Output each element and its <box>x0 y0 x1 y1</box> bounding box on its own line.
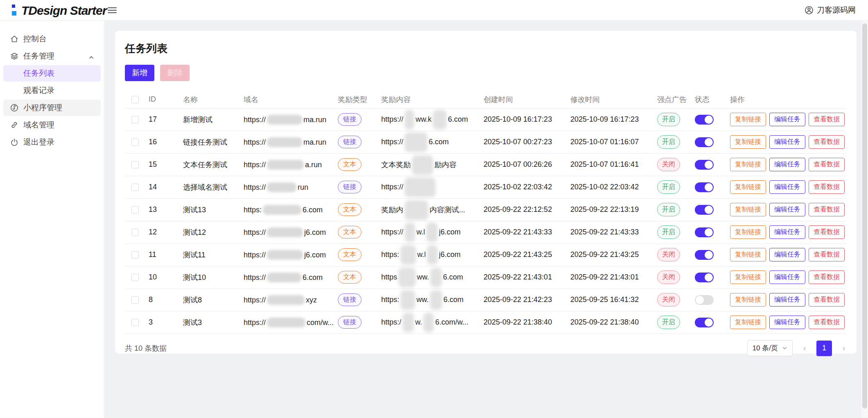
copy-link-button[interactable]: 复制链接 <box>730 135 766 149</box>
view-data-button[interactable]: 查看数据 <box>809 225 845 239</box>
edit-task-button[interactable]: 编辑任务 <box>769 158 805 171</box>
sidebar-item-task-management[interactable]: 任务管理 <box>3 48 101 64</box>
cell-text: 6.com <box>443 295 463 304</box>
redacted-blur <box>400 290 415 310</box>
sidebar-item-miniprogram[interactable]: 小程序管理 <box>3 100 101 116</box>
cell-reward-content: https:ww.6.com <box>380 289 482 311</box>
cell-text: https:// <box>244 251 266 259</box>
copy-link-button[interactable]: 复制链接 <box>730 270 766 284</box>
table-row: 8测试8https://xyz链接https:ww.6.com2025-09-2… <box>125 289 847 311</box>
status-toggle[interactable] <box>695 250 714 260</box>
sidebar-item-task-list[interactable]: 任务列表 <box>3 65 101 82</box>
edit-task-button[interactable]: 编辑任务 <box>769 270 805 284</box>
copy-link-button[interactable]: 复制链接 <box>730 203 766 216</box>
edit-task-button[interactable]: 编辑任务 <box>769 113 805 126</box>
row-checkbox[interactable] <box>131 319 139 326</box>
sidebar-item-dashboard[interactable]: 控制台 <box>3 31 101 47</box>
view-data-button[interactable]: 查看数据 <box>809 203 845 216</box>
row-checkbox[interactable] <box>131 229 139 236</box>
view-data-button[interactable]: 查看数据 <box>809 248 845 261</box>
edit-task-button[interactable]: 编辑任务 <box>769 316 805 329</box>
copy-link-button[interactable]: 复制链接 <box>730 248 766 261</box>
chevron-up-icon <box>88 53 94 62</box>
cell-actions: 复制链接编辑任务查看数据 <box>728 266 847 289</box>
copy-link-button[interactable]: 复制链接 <box>730 180 766 194</box>
view-data-button[interactable]: 查看数据 <box>809 158 845 171</box>
page-1-button[interactable]: 1 <box>816 341 832 356</box>
status-toggle[interactable] <box>695 205 714 215</box>
task-list-card: 任务列表 新增 删除 ID 名称 域名 奖励类型 奖励内容 <box>115 31 857 354</box>
copy-link-button[interactable]: 复制链接 <box>730 113 766 126</box>
view-data-button[interactable]: 查看数据 <box>809 316 845 329</box>
view-data-button[interactable]: 查看数据 <box>809 293 845 307</box>
view-data-button[interactable]: 查看数据 <box>809 180 845 194</box>
copy-link-button[interactable]: 复制链接 <box>730 158 766 171</box>
copy-link-button[interactable]: 复制链接 <box>730 316 766 329</box>
cell-text: https:// <box>244 228 266 236</box>
view-data-button[interactable]: 查看数据 <box>809 270 845 284</box>
edit-task-button[interactable]: 编辑任务 <box>769 225 805 239</box>
cell-actions: 复制链接编辑任务查看数据 <box>728 131 847 153</box>
edit-task-button[interactable]: 编辑任务 <box>769 293 805 307</box>
status-toggle[interactable] <box>695 182 714 192</box>
cell-created-time: 2025-10-07 00:27:23 <box>482 131 569 153</box>
menu-collapse-icon[interactable] <box>108 6 117 15</box>
select-all-checkbox[interactable] <box>131 96 139 103</box>
row-checkbox[interactable] <box>131 139 139 146</box>
redacted-blur <box>433 110 447 129</box>
cell-id: 10 <box>147 266 181 289</box>
sidebar-item-logout[interactable]: 退出登录 <box>3 134 101 150</box>
cell-domain: https://ma.run <box>242 108 336 131</box>
cell-text: https:// <box>381 183 403 191</box>
cell-text: j6.com <box>439 250 461 259</box>
cell-ad-status: 关闭 <box>656 153 693 176</box>
scrollbar-thumb[interactable] <box>862 23 867 409</box>
next-page-icon[interactable]: › <box>841 343 847 353</box>
row-checkbox[interactable] <box>131 184 139 191</box>
view-data-button[interactable]: 查看数据 <box>809 135 845 149</box>
cell-modified-time: 2025-10-02 22:03:42 <box>569 176 656 198</box>
prev-page-icon[interactable]: ‹ <box>802 343 807 353</box>
user-menu[interactable]: 刀客源码网 <box>805 0 856 20</box>
sidebar-item-domain-management[interactable]: 域名管理 <box>3 117 101 133</box>
status-toggle[interactable] <box>695 273 714 282</box>
status-toggle[interactable] <box>695 295 714 305</box>
cell-checkbox <box>125 176 147 198</box>
row-checkbox[interactable] <box>131 274 139 281</box>
copy-link-button[interactable]: 复制链接 <box>730 293 766 307</box>
cell-text: ma.run <box>303 138 326 146</box>
reward-type-tag: 链接 <box>338 136 362 148</box>
cell-text: xyz <box>306 296 317 304</box>
cell-domain: https://j6.com <box>242 243 336 266</box>
cell-domain: https://6.com <box>242 266 336 289</box>
redacted-blur <box>405 177 436 197</box>
status-toggle[interactable] <box>695 115 714 125</box>
cell-text: https:// <box>381 138 403 146</box>
edit-task-button[interactable]: 编辑任务 <box>769 203 805 216</box>
status-toggle[interactable] <box>695 227 714 237</box>
reward-type-tag: 链接 <box>338 293 362 306</box>
row-checkbox[interactable] <box>131 206 139 214</box>
status-toggle[interactable] <box>695 318 714 327</box>
ad-status-pill: 开启 <box>657 113 680 126</box>
cell-text: https: <box>381 250 399 259</box>
edit-task-button[interactable]: 编辑任务 <box>769 180 805 194</box>
cell-created-time: 2025-09-22 21:42:23 <box>482 289 569 311</box>
status-toggle[interactable] <box>695 160 714 170</box>
cell-actions: 复制链接编辑任务查看数据 <box>728 243 847 266</box>
delete-button[interactable]: 删除 <box>160 65 190 81</box>
copy-link-button[interactable]: 复制链接 <box>730 225 766 239</box>
row-checkbox[interactable] <box>131 296 139 304</box>
status-toggle[interactable] <box>695 137 714 147</box>
cell-domain: https:6.com <box>242 198 336 221</box>
row-checkbox[interactable] <box>131 116 139 123</box>
edit-task-button[interactable]: 编辑任务 <box>769 135 805 149</box>
sidebar-item-watch-records[interactable]: 观看记录 <box>3 82 101 99</box>
row-checkbox[interactable] <box>131 161 139 168</box>
add-button[interactable]: 新增 <box>125 65 154 81</box>
edit-task-button[interactable]: 编辑任务 <box>769 248 805 261</box>
row-checkbox[interactable] <box>131 251 139 259</box>
cell-text: https:// <box>381 228 403 236</box>
view-data-button[interactable]: 查看数据 <box>809 113 845 126</box>
page-size-select[interactable]: 10 条/页 <box>747 340 793 356</box>
